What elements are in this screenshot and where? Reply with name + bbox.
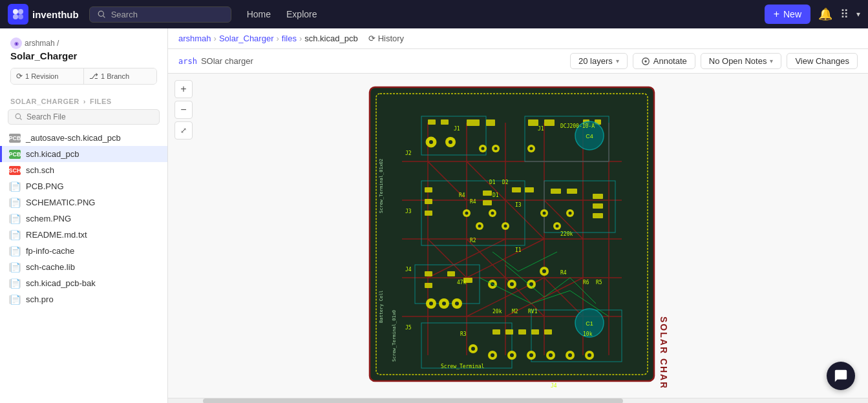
scrollbar-thumb[interactable] [203,398,623,403]
file-search-icon [15,113,23,121]
list-item[interactable]: 📄 schem.PNG [0,211,167,227]
fit-button[interactable]: ⤢ [175,121,193,140]
svg-rect-43 [441,119,449,125]
svg-point-0 [13,9,18,14]
nav-explore[interactable]: Explore [286,9,317,19]
svg-point-72 [429,140,433,144]
svg-point-118 [510,282,514,286]
svg-rect-44 [467,119,480,126]
svg-text:220k: 220k [560,231,573,237]
file-list: PCB _autosave-sch.kicad_pcb PCB sch.kica… [0,130,167,307]
svg-point-90 [478,225,481,228]
repo-name[interactable]: Solar_Charger [10,50,157,61]
svg-point-112 [568,353,572,357]
svg-rect-47 [544,119,555,126]
username-label: arshmah / [25,39,59,48]
svg-point-82 [481,147,484,150]
svg-point-74 [449,140,452,144]
horizontal-scrollbar[interactable] [168,398,868,403]
file-type-icon: 📄 [9,231,21,240]
svg-text:20k: 20k [492,309,502,315]
svg-text:R2: R2 [470,238,476,243]
search-icon [98,10,106,19]
svg-text:J4: J4 [551,383,557,388]
nav-right-actions: + New 🔔 ⠿ ▾ [765,5,860,24]
notifications-icon[interactable]: 🔔 [818,7,832,21]
breadcrumb-folder[interactable]: files [282,34,297,43]
list-item[interactable]: 📄 PCB.PNG [0,178,167,194]
history-link[interactable]: ⟳ History [368,34,404,43]
breadcrumb-user[interactable]: arshmah [178,34,211,43]
revision-icon: ⟳ [16,72,23,81]
svg-rect-45 [486,119,495,126]
file-name: sch.kicad_pcb [26,149,79,159]
svg-point-114 [587,353,591,357]
chat-button[interactable] [827,362,855,390]
layers-button[interactable]: 20 layers ▾ [570,53,628,69]
search-placeholder: Search [111,10,138,19]
section-arrow: › [83,98,86,105]
file-name: schem.PNG [26,214,71,223]
branch-label: 1 Branch [101,72,129,80]
sidebar: ◉ arshmah / Solar_Charger ⟳ 1 Revision ⎇… [0,28,168,403]
history-icon: ⟳ [368,34,376,43]
nav-home[interactable]: Home [247,9,271,19]
logo-icon [8,4,28,25]
apps-grid-icon[interactable]: ⠿ [840,7,849,21]
svg-text:R4: R4 [560,270,567,276]
svg-rect-66 [492,329,500,335]
annotate-label: Annotate [653,56,687,66]
svg-text:Battery Cell: Battery Cell [379,290,384,323]
list-item[interactable]: 📄 README.md.txt [0,227,167,243]
file-name: README.md.txt [26,230,87,240]
branch-count[interactable]: ⎇ 1 Branch [84,68,156,84]
file-search-input[interactable] [26,112,153,121]
new-button[interactable]: + New [765,5,810,24]
file-type-icon: 📄 [9,214,21,223]
zoom-in-button[interactable]: + [175,80,193,98]
pcb-viewer-container: + − ⤢ [168,74,868,403]
file-type-icon: PCB [9,134,21,143]
svg-text:Screw_Terminal: Screw_Terminal [441,364,485,369]
svg-point-92 [491,212,494,215]
breadcrumb-repo[interactable]: Solar_Charger [219,34,274,43]
breadcrumb-sep-1: › [214,34,217,43]
pcb-viewer[interactable]: C4 C1 J1 J1 DCJ200-10-A J2 J3 J4 [168,74,868,398]
list-item[interactable]: SCH sch.sch [0,162,167,178]
annotate-button[interactable]: Annotate [633,53,695,69]
svg-point-104 [491,353,494,357]
global-search[interactable]: Search [89,6,231,23]
notes-button[interactable]: No Open Notes ▾ [701,53,782,69]
list-item[interactable]: 📄 sch-cache.lib [0,259,167,275]
svg-text:I3: I3 [515,202,522,208]
svg-point-102 [471,347,475,351]
file-name: sch.sch [26,165,54,175]
file-name: PCB.PNG [26,181,64,191]
svg-rect-52 [425,211,432,216]
svg-point-2 [13,14,18,19]
list-item[interactable]: 📄 fp-info-cache [0,243,167,259]
revision-count[interactable]: ⟳ 1 Revision [11,68,84,84]
list-item[interactable]: 📄 SCHEMATIC.PNG [0,194,167,211]
changes-label: View Changes [795,56,849,66]
notes-caret: ▾ [770,57,773,65]
app-name: inventhub [32,9,79,20]
list-item[interactable]: 📄 sch.kicad_pcb-bak [0,275,167,291]
viewer-toolbar: arsh SOlar charger 20 layers ▾ Annotate … [168,49,868,74]
list-item[interactable]: 📄 sch.pro [0,291,167,307]
profile-chevron-icon[interactable]: ▾ [856,10,860,19]
sidebar-user[interactable]: ◉ arshmah / [10,37,157,49]
file-name: sch.pro [26,294,54,304]
view-changes-button[interactable]: View Changes [787,53,858,69]
app-logo[interactable]: inventhub [8,4,79,25]
svg-text:D1: D1 [492,192,499,198]
file-type-icon: 📄 [9,295,21,304]
svg-text:J1: J1 [454,126,460,132]
svg-text:DCJ200-10-A: DCJ200-10-A [560,123,595,129]
list-item[interactable]: PCB sch.kicad_pcb [0,146,167,162]
file-search[interactable] [8,109,160,125]
list-item[interactable]: PCB _autosave-sch.kicad_pcb [0,130,167,146]
zoom-out-button[interactable]: − [175,101,193,119]
svg-rect-58 [567,189,577,194]
svg-rect-55 [512,187,521,192]
